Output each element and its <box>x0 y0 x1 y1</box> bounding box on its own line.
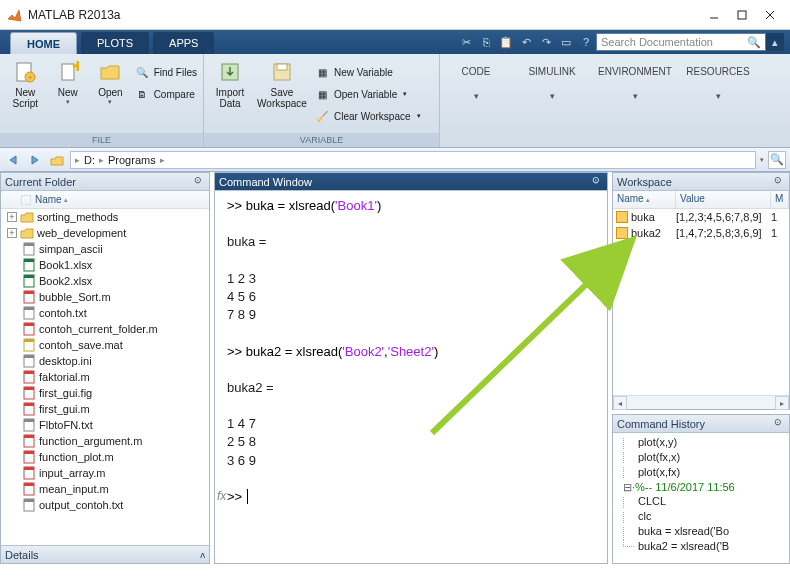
file-tree-item[interactable]: first_gui.fig <box>1 385 209 401</box>
svg-rect-15 <box>24 259 34 262</box>
file-tree-item[interactable]: desktop.ini <box>1 353 209 369</box>
new-variable-button[interactable]: ▦New Variable <box>314 62 421 82</box>
qat-help-icon[interactable]: ? <box>576 32 596 52</box>
history-line[interactable]: clc <box>623 509 789 524</box>
file-tree-item[interactable]: Book2.xlsx <box>1 273 209 289</box>
expand-details-icon[interactable]: ʌ <box>200 550 205 560</box>
history-line[interactable]: plot(x,y) <box>623 435 789 450</box>
history-line[interactable]: CLCL <box>623 494 789 509</box>
search-icon[interactable]: 🔍 <box>747 36 761 49</box>
file-tree-item[interactable]: simpan_ascii <box>1 241 209 257</box>
file-tree-item[interactable]: function_plot.m <box>1 449 209 465</box>
panel-options-icon[interactable]: ⊙ <box>589 175 603 189</box>
svg-rect-39 <box>24 451 34 454</box>
minimize-button[interactable] <box>700 4 728 26</box>
file-tree-item[interactable]: bubble_Sort.m <box>1 289 209 305</box>
browse-for-folder-button[interactable]: 🔍 <box>768 151 786 169</box>
open-button[interactable]: Open▾ <box>91 58 130 106</box>
file-tree-item[interactable]: contoh_save.mat <box>1 337 209 353</box>
command-window-body[interactable]: fx >> buka = xlsread('Book1') buka = 1 2… <box>215 191 607 563</box>
current-folder-columns[interactable]: Name▴ <box>1 191 209 209</box>
close-button[interactable] <box>756 4 784 26</box>
file-tree-item[interactable]: contoh_current_folder.m <box>1 321 209 337</box>
workspace-header[interactable]: Workspace ⊙ <box>613 173 789 191</box>
workspace-body[interactable]: buka[1,2,3;4,5,6;7,8,9]1buka2[1,4,7;2,5,… <box>613 209 789 395</box>
ribbon-group-environment[interactable]: ENVIRONMENT▾ <box>592 54 678 101</box>
panel-options-icon[interactable]: ⊙ <box>771 175 785 189</box>
expand-icon[interactable]: + <box>7 212 17 222</box>
history-line[interactable]: buka2 = xlsread('B <box>623 539 789 554</box>
ribbon-group-simulink[interactable]: SIMULINK▾ <box>516 54 588 101</box>
matlab-logo-icon <box>6 7 22 23</box>
history-line[interactable]: buka = xlsread('Bo <box>623 524 789 539</box>
file-tree-item[interactable]: FlbtoFN.txt <box>1 417 209 433</box>
file-tree-item[interactable]: contoh.txt <box>1 305 209 321</box>
file-tree-item[interactable]: function_argument.m <box>1 433 209 449</box>
svg-rect-1 <box>738 11 746 19</box>
file-tree-item[interactable]: input_array.m <box>1 465 209 481</box>
command-line <box>227 397 595 415</box>
tab-plots[interactable]: PLOTS <box>81 32 149 54</box>
file-tree-item[interactable]: +web_development <box>1 225 209 241</box>
workspace-variable-row[interactable]: buka[1,2,3;4,5,6;7,8,9]1 <box>613 209 789 225</box>
maximize-button[interactable] <box>728 4 756 26</box>
qat-paste-icon[interactable]: 📋 <box>496 32 516 52</box>
file-tree-item[interactable]: +sorting_methods <box>1 209 209 225</box>
compare-button[interactable]: 🗎Compare <box>134 84 197 104</box>
history-line[interactable]: plot(fx,x) <box>623 450 789 465</box>
file-tree-item[interactable]: faktorial.m <box>1 369 209 385</box>
panel-options-icon[interactable]: ⊙ <box>771 417 785 431</box>
up-folder-button[interactable] <box>48 151 66 169</box>
file-tree-item[interactable]: first_gui.m <box>1 401 209 417</box>
workspace-variable-row[interactable]: buka2[1,4,7;2,5,8;3,6,9]1 <box>613 225 789 241</box>
ribbon-group-resources[interactable]: RESOURCES▾ <box>682 54 754 101</box>
command-history-body[interactable]: plot(x,y)plot(fx,x)plot(x,fx)⊟·%-- 11/6/… <box>613 433 789 563</box>
fx-button[interactable]: fx <box>217 488 226 505</box>
file-tree-item[interactable]: mean_input.m <box>1 481 209 497</box>
workspace-panel: Workspace ⊙ Name▴ Value M buka[1,2,3;4,5… <box>612 172 790 410</box>
scroll-right-icon[interactable]: ▸ <box>775 396 789 410</box>
file-name: bubble_Sort.m <box>39 291 111 303</box>
command-window-header[interactable]: Command Window ⊙ <box>215 173 607 191</box>
current-folder-tree[interactable]: +sorting_methods+web_developmentsimpan_a… <box>1 209 209 545</box>
nav-forward-button[interactable] <box>26 151 44 169</box>
qat-redo-icon[interactable]: ↷ <box>536 32 556 52</box>
tab-home[interactable]: HOME <box>10 32 77 54</box>
expand-icon[interactable]: + <box>7 228 17 238</box>
file-tree-item[interactable]: output_contoh.txt <box>1 497 209 513</box>
details-panel-header[interactable]: Details ʌ <box>1 545 209 563</box>
qat-cut-icon[interactable]: ✂ <box>456 32 476 52</box>
minimize-toolstrip-button[interactable]: ▴ <box>766 33 784 51</box>
workspace-hscrollbar[interactable]: ◂ ▸ <box>613 395 789 409</box>
import-data-button[interactable]: Import Data <box>210 58 250 109</box>
open-variable-button[interactable]: ▦Open Variable▾ <box>314 84 421 104</box>
path-drive[interactable]: D: <box>84 154 95 166</box>
search-documentation-input[interactable]: Search Documentation 🔍 <box>596 33 766 51</box>
path-folder[interactable]: Programs <box>108 154 156 166</box>
history-line[interactable]: plot(x,fx) <box>623 465 789 480</box>
svg-rect-23 <box>24 323 34 326</box>
panel-options-icon[interactable]: ⊙ <box>191 175 205 189</box>
find-files-button[interactable]: 🔍Find Files <box>134 62 197 82</box>
tab-apps[interactable]: APPS <box>153 32 214 54</box>
svg-rect-31 <box>24 387 34 390</box>
command-line <box>227 215 595 233</box>
file-tree-item[interactable]: Book1.xlsx <box>1 257 209 273</box>
scroll-left-icon[interactable]: ◂ <box>613 396 627 410</box>
new-script-button[interactable]: + New Script <box>6 58 45 109</box>
history-line[interactable]: ⊟·%-- 11/6/2017 11:56 <box>623 480 789 495</box>
qat-undo-icon[interactable]: ↶ <box>516 32 536 52</box>
workspace-columns[interactable]: Name▴ Value M <box>613 191 789 209</box>
ribbon-group-code[interactable]: CODE▾ <box>440 54 512 101</box>
command-line: >> <box>227 488 595 506</box>
qat-copy-icon[interactable]: ⎘ <box>476 32 496 52</box>
nav-back-button[interactable] <box>4 151 22 169</box>
command-history-header[interactable]: Command History ⊙ <box>613 415 789 433</box>
new-button[interactable]: ✚ New▾ <box>49 58 88 106</box>
clear-workspace-button[interactable]: 🧹Clear Workspace▾ <box>314 106 421 126</box>
file-icon <box>22 306 36 320</box>
save-workspace-button[interactable]: Save Workspace <box>254 58 310 109</box>
current-folder-header[interactable]: Current Folder ⊙ <box>1 173 209 191</box>
current-folder-path[interactable]: ▸ D: ▸ Programs ▸ <box>70 151 756 169</box>
qat-switch-windows-icon[interactable]: ▭ <box>556 32 576 52</box>
